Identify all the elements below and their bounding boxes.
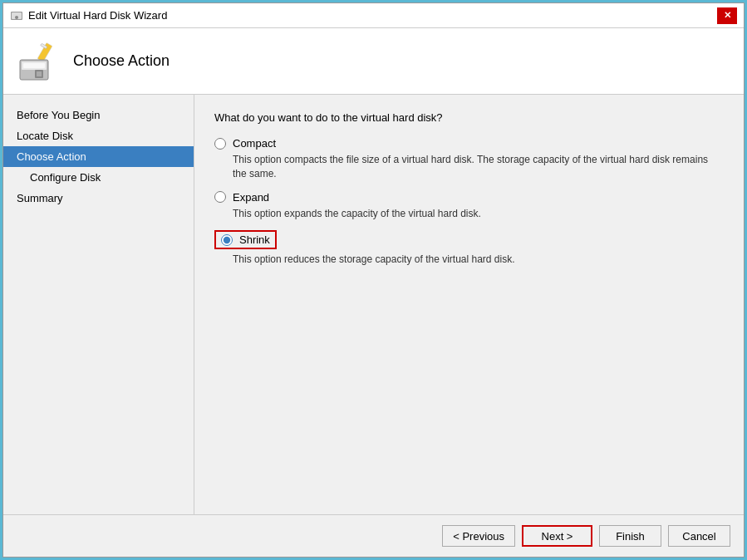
shrink-desc: This option reduces the storage capacity… (233, 253, 724, 267)
wizard-window: Edit Virtual Hard Disk Wizard ✕ Choose A… (2, 2, 745, 558)
expand-option-group: Expand This option expands the capacity … (214, 191, 724, 221)
compact-radio[interactable] (214, 138, 226, 150)
previous-button[interactable]: < Previous (442, 525, 515, 547)
expand-radio[interactable] (214, 191, 226, 203)
expand-desc: This option expands the capacity of the … (233, 207, 724, 221)
shrink-option-group: Shrink This option reduces the storage c… (214, 230, 724, 267)
header-title: Choose Action (73, 52, 170, 70)
shrink-option-row: Shrink (214, 230, 724, 249)
shrink-highlight: Shrink (214, 230, 277, 249)
compact-option-group: Compact This option compacts the file si… (214, 137, 724, 181)
cancel-button[interactable]: Cancel (668, 525, 730, 547)
sidebar-item-locate-disk[interactable]: Locate Disk (3, 125, 194, 146)
shrink-label: Shrink (239, 233, 270, 246)
footer: < Previous Next > Finish Cancel (3, 514, 744, 557)
title-bar: Edit Virtual Hard Disk Wizard ✕ (3, 3, 744, 28)
svg-point-2 (15, 16, 18, 19)
next-button[interactable]: Next > (522, 525, 592, 547)
svg-rect-10 (37, 71, 42, 76)
sidebar-item-summary[interactable]: Summary (3, 188, 194, 209)
shrink-radio[interactable] (221, 234, 233, 246)
window-icon (10, 9, 23, 22)
compact-option-row: Compact (214, 137, 724, 150)
header-icon (17, 40, 60, 83)
question-text: What do you want to do to the virtual ha… (214, 111, 724, 124)
finish-button[interactable]: Finish (599, 525, 661, 547)
title-bar-left: Edit Virtual Hard Disk Wizard (10, 9, 167, 22)
compact-desc: This option compacts the file size of a … (233, 153, 724, 181)
sidebar: Before You Begin Locate Disk Choose Acti… (3, 95, 194, 514)
header-area: Choose Action (3, 28, 744, 95)
compact-label: Compact (233, 137, 276, 150)
content-area: What do you want to do to the virtual ha… (194, 95, 744, 514)
close-button[interactable]: ✕ (717, 7, 737, 24)
sidebar-item-configure-disk[interactable]: Configure Disk (3, 167, 194, 188)
expand-label: Expand (233, 191, 269, 204)
sidebar-item-choose-action[interactable]: Choose Action (3, 146, 194, 167)
svg-rect-8 (23, 63, 45, 68)
sidebar-item-before-you-begin[interactable]: Before You Begin (3, 105, 194, 125)
expand-option-row: Expand (214, 191, 724, 204)
body-area: Before You Begin Locate Disk Choose Acti… (3, 95, 744, 514)
window-title: Edit Virtual Hard Disk Wizard (28, 9, 167, 22)
